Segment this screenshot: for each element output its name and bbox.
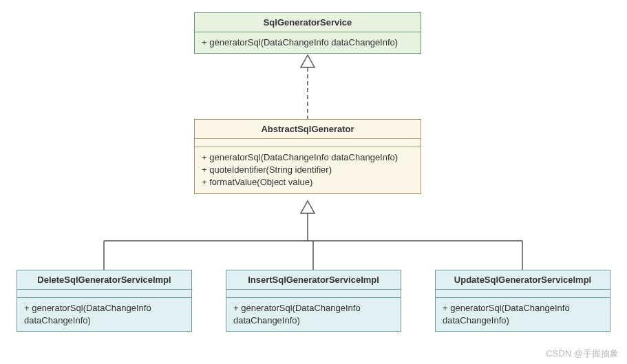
class-attributes [226,290,401,298]
method: + generatorSql(DataChangeInfo [443,302,603,314]
class-title: UpdateSqlGeneratorServiceImpl [436,270,610,290]
class-sql-generator-service: SqlGeneratorService + generatorSql(DataC… [194,12,421,54]
class-attributes [436,290,610,298]
class-abstract-sql-generator: AbstractSqlGenerator + generatorSql(Data… [194,119,421,194]
class-update-sql-generator-service-impl: UpdateSqlGeneratorServiceImpl + generato… [435,270,610,332]
method: + generatorSql(DataChangeInfo dataChange… [202,36,414,49]
class-methods: + generatorSql(DataChangeInfo dataChange… [195,32,421,53]
class-methods: + generatorSql(DataChangeInfo dataChange… [195,147,421,193]
class-insert-sql-generator-service-impl: InsertSqlGeneratorServiceImpl + generato… [226,270,401,332]
class-delete-sql-generator-service-impl: DeleteSqlGeneratorServiceImpl + generato… [17,270,192,332]
class-attributes [195,139,421,147]
class-title: DeleteSqlGeneratorServiceImpl [17,270,191,290]
method: + formatValue(Object value) [202,176,414,189]
method: + quoteIdentifier(String identifier) [202,164,414,176]
method: + generatorSql(DataChangeInfo [233,302,394,314]
svg-marker-2 [301,201,315,213]
watermark-text: CSDN @手握抽象 [546,347,619,360]
class-title: InsertSqlGeneratorServiceImpl [226,270,401,290]
method: dataChangeInfo) [24,314,184,327]
class-title: SqlGeneratorService [195,13,421,32]
svg-marker-0 [301,55,315,67]
class-methods: + generatorSql(DataChangeInfo dataChange… [436,298,610,331]
class-title: AbstractSqlGenerator [195,120,421,139]
class-attributes [17,290,191,298]
method: dataChangeInfo) [233,314,394,327]
method: + generatorSql(DataChangeInfo dataChange… [202,151,414,164]
method: + generatorSql(DataChangeInfo [24,302,184,314]
class-methods: + generatorSql(DataChangeInfo dataChange… [226,298,401,331]
class-methods: + generatorSql(DataChangeInfo dataChange… [17,298,191,331]
method: dataChangeInfo) [443,314,603,327]
